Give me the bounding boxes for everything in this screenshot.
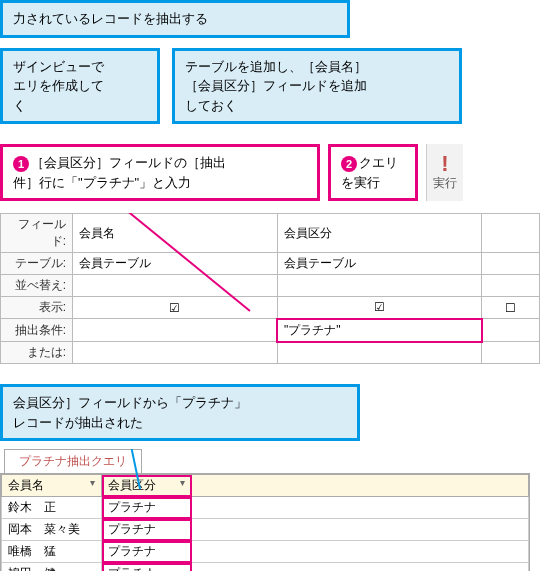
criteria-cell[interactable] — [482, 319, 540, 342]
column-header-name[interactable]: 会員名▾ — [2, 475, 102, 497]
field-cell[interactable] — [482, 214, 540, 253]
table-row[interactable]: 岡本 菜々美 プラチナ — [2, 519, 529, 541]
column-header-label: 会員区分 — [108, 478, 156, 492]
cell-empty — [192, 541, 529, 563]
row-label-field: フィールド: — [1, 214, 73, 253]
row-label-show: 表示: — [1, 297, 73, 319]
cell-kubun[interactable]: プラチナ — [102, 563, 192, 572]
query-tab[interactable]: プラチナ抽出クエリ — [4, 449, 142, 473]
step2-callout: 2クエリ を実行 — [328, 144, 418, 201]
callout-design-view: ザインビューで エリを作成して く — [0, 48, 160, 125]
cell-name[interactable]: 鈴木 正 — [2, 497, 102, 519]
table-row[interactable]: 唯橋 猛 プラチナ — [2, 541, 529, 563]
cell-kubun[interactable]: プラチナ — [102, 541, 192, 563]
step1-text: ［会員区分］フィールドの［抽出 件］行に「"プラチナ"」と入力 — [13, 155, 226, 190]
dropdown-icon[interactable]: ▾ — [180, 477, 185, 488]
show-checkbox[interactable]: ☑ — [277, 297, 482, 319]
table-cell[interactable] — [482, 253, 540, 275]
show-checkbox[interactable]: ☑ — [73, 297, 278, 319]
cell-kubun[interactable]: プラチナ — [102, 497, 192, 519]
field-cell[interactable]: 会員区分 — [277, 214, 482, 253]
query-result-table[interactable]: 会員名▾ 会員区分▾ 鈴木 正 プラチナ 岡本 菜々美 プラチナ 唯橋 猛 プラ… — [1, 474, 529, 571]
sort-cell[interactable] — [482, 275, 540, 297]
criteria-cell[interactable] — [73, 319, 278, 342]
step2-number-badge: 2 — [341, 156, 357, 172]
exclamation-icon: ! — [441, 153, 448, 175]
cell-name[interactable]: 鳩田 健一 — [2, 563, 102, 572]
column-header-empty — [192, 475, 529, 497]
cell-name[interactable]: 唯橋 猛 — [2, 541, 102, 563]
cell-kubun[interactable]: プラチナ — [102, 519, 192, 541]
step1-number-badge: 1 — [13, 156, 29, 172]
execute-button[interactable]: ! 実行 — [426, 144, 463, 201]
dropdown-icon[interactable]: ▾ — [90, 477, 95, 488]
column-header-label: 会員名 — [8, 478, 44, 492]
row-label-criteria: 抽出条件: — [1, 319, 73, 342]
or-cell[interactable] — [73, 342, 278, 364]
sort-cell[interactable] — [73, 275, 278, 297]
show-checkbox[interactable]: ☐ — [482, 297, 540, 319]
cell-empty — [192, 519, 529, 541]
row-label-or: または: — [1, 342, 73, 364]
cell-name[interactable]: 岡本 菜々美 — [2, 519, 102, 541]
row-label-table: テーブル: — [1, 253, 73, 275]
execute-label: 実行 — [433, 175, 457, 192]
callout-result: 会員区分］フィールドから「プラチナ」 レコードが抽出された — [0, 384, 360, 441]
table-cell[interactable]: 会員テーブル — [277, 253, 482, 275]
cell-empty — [192, 497, 529, 519]
row-label-sort: 並べ替え: — [1, 275, 73, 297]
table-cell[interactable]: 会員テーブル — [73, 253, 278, 275]
sort-cell[interactable] — [277, 275, 482, 297]
callout-add-table: テーブルを追加し、［会員名］ ［会員区分］フィールドを追加 しておく — [172, 48, 462, 125]
or-cell[interactable] — [277, 342, 482, 364]
step1-callout: 1［会員区分］フィールドの［抽出 件］行に「"プラチナ"」と入力 — [0, 144, 320, 201]
table-row[interactable]: 鳩田 健一 プラチナ — [2, 563, 529, 572]
callout-title: 力されているレコードを抽出する — [0, 0, 350, 38]
column-header-kubun[interactable]: 会員区分▾ — [102, 475, 192, 497]
cell-empty — [192, 563, 529, 572]
table-row[interactable]: 鈴木 正 プラチナ — [2, 497, 529, 519]
field-cell[interactable]: 会員名 — [73, 214, 278, 253]
query-design-grid[interactable]: フィールド: 会員名 会員区分 テーブル: 会員テーブル 会員テーブル 並べ替え… — [0, 213, 540, 364]
criteria-cell-highlighted[interactable]: "プラチナ" — [277, 319, 482, 342]
or-cell[interactable] — [482, 342, 540, 364]
